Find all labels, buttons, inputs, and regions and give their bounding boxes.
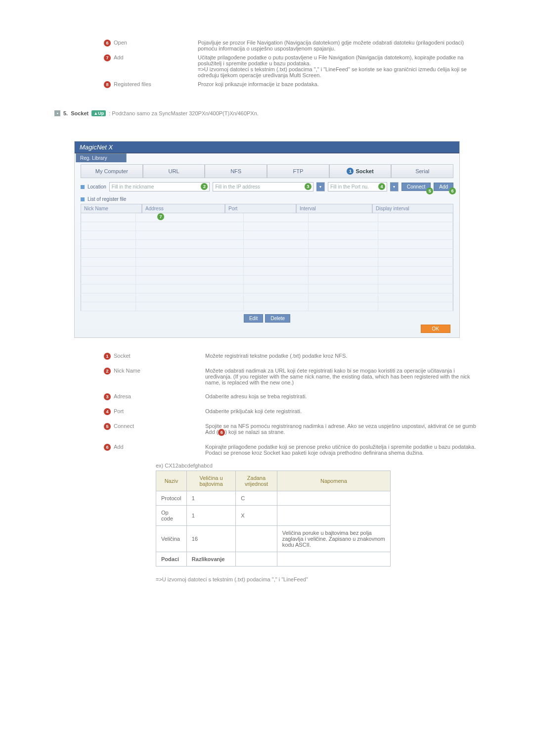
table-row: PodaciRazlikovanje	[156, 552, 391, 567]
num-8-icon: 8	[104, 81, 111, 88]
screenshot-panel: MagicNet X Reg. Library My Computer URL …	[74, 141, 460, 338]
th-size: Veličina u bajtovima	[186, 471, 235, 491]
example-text: ex) CX12abcdefghabcd	[156, 463, 480, 469]
exp-5-label: Connect	[114, 423, 134, 436]
exp-6-num-icon: 6	[104, 444, 111, 451]
exp-4: 4Port Odaberite priključak koji ćete reg…	[54, 408, 480, 415]
top-item-8: 8Registered files Prozor koji prikazuje …	[54, 81, 480, 88]
marker-7-icon: 7	[157, 213, 164, 220]
section-name: Socket	[71, 110, 89, 116]
th-default: Zadana vrijednost	[236, 471, 277, 491]
col-interval: Interval	[296, 204, 372, 213]
tab-reg-library[interactable]: Reg. Library	[76, 153, 127, 162]
marker-5-icon: 5	[426, 188, 433, 194]
top-item-6-label: Open	[114, 40, 127, 46]
col-address: Address 7	[142, 204, 225, 213]
nickname-input[interactable]: Fill in the nickname 2	[109, 182, 210, 191]
exp-6-desc: Kopirajte prilagođene podatke koji se pr…	[205, 444, 480, 456]
tab-url[interactable]: URL	[143, 164, 205, 178]
tab-socket[interactable]: 1 Socket	[329, 164, 392, 178]
exp-2-num-icon: 2	[104, 368, 111, 375]
exp-4-num-icon: 4	[104, 408, 111, 415]
exp-3-desc: Odaberite adresu koja se treba registrir…	[205, 393, 480, 400]
num-6-icon: 6	[104, 40, 111, 47]
protocol-toolbar: My Computer URL NFS FTP 1 Socket Serial	[81, 164, 453, 178]
tab-nfs[interactable]: NFS	[205, 164, 267, 178]
top-item-7-desc: Učitajte prilagođene podatke o putu post…	[198, 54, 480, 78]
table-row: Protocol1C	[156, 491, 391, 506]
exp-2-desc: Možete odabrati nadimak za URL koji ćete…	[205, 368, 480, 385]
exp-4-label: Port	[114, 408, 124, 415]
th-name: Naziv	[156, 471, 187, 491]
top-item-7-label: Add	[114, 54, 124, 60]
table-row: Op code1X	[156, 506, 391, 526]
ok-button[interactable]: OK	[421, 325, 450, 333]
top-item-8-desc: Prozor koji prikazuje informacije iz baz…	[198, 81, 480, 88]
port-input[interactable]: Fill in the Port nu. 4	[328, 182, 387, 191]
ip-dropdown[interactable]: ▾	[316, 182, 325, 191]
ip-input[interactable]: Fill in the IP address 3	[213, 182, 313, 191]
exp-2-label: Nick Name	[114, 368, 140, 385]
edit-button[interactable]: Edit	[244, 314, 263, 323]
top-item-7: 7Add Učitajte prilagođene podatke o putu…	[54, 54, 480, 78]
marker-4-icon: 4	[378, 183, 385, 190]
app-title: MagicNet X	[75, 142, 459, 153]
footnote: =>U izvornoj datoteci s tekstnim (.txt) …	[156, 576, 480, 582]
exp-1-label: Socket	[114, 353, 131, 360]
num-7-icon: 7	[104, 54, 111, 61]
grid-body	[81, 213, 453, 311]
exp-5-desc: Spojite se na NFS pomoću registriranog n…	[205, 423, 480, 436]
section-note: : Podržano samo za SyncMaster 320PXn/400…	[109, 110, 259, 116]
grid-header: Nick Name Address 7 Port Interval Displa…	[81, 204, 453, 213]
tab-my-computer[interactable]: My Computer	[81, 164, 143, 178]
table-row: Veličina16Veličina poruke u bajtovima be…	[156, 526, 391, 552]
inline-6-icon: 6	[218, 429, 225, 436]
delete-button[interactable]: Delete	[265, 314, 290, 323]
exp-1-num-icon: 1	[104, 353, 111, 360]
col-display-interval: Display interval	[372, 204, 453, 213]
exp-6-label: Add	[114, 444, 124, 456]
exp-5-num-icon: 5	[104, 423, 111, 430]
spec-table: Naziv Veličina u bajtovima Zadana vrijed…	[156, 471, 391, 567]
top-item-8-label: Registered files	[114, 81, 151, 87]
exp-5: 5Connect Spojite se na NFS pomoću regist…	[54, 423, 480, 436]
list-bullet-icon	[81, 197, 85, 201]
marker-1-icon: 1	[347, 168, 354, 175]
marker-6-icon: 6	[449, 188, 456, 194]
marker-3-icon: 3	[305, 183, 312, 190]
exp-3-num-icon: 3	[104, 393, 111, 400]
section-title: ▪ 5. Socket ▲Up : Podržano samo za SyncM…	[54, 110, 480, 116]
tab-serial[interactable]: Serial	[391, 164, 453, 178]
add-button[interactable]: Add 6	[434, 183, 453, 191]
section-bullet-icon: ▪	[54, 110, 60, 116]
list-label: List of register file	[88, 196, 126, 202]
th-note: Napomena	[277, 471, 390, 491]
port-dropdown[interactable]: ▾	[390, 182, 399, 191]
exp-3: 3Adresa Odaberite adresu koja se treba r…	[54, 393, 480, 400]
exp-6: 6Add Kopirajte prilagođene podatke koji …	[54, 444, 480, 456]
section-num: 5.	[63, 110, 68, 116]
up-button[interactable]: ▲Up	[91, 110, 106, 116]
exp-3-label: Adresa	[114, 393, 131, 400]
exp-4-desc: Odaberite priključak koji ćete registrir…	[205, 408, 480, 415]
location-label: Location	[88, 184, 106, 189]
exp-1: 1Socket Možete registrirati tekstne poda…	[54, 353, 480, 360]
exp-1-desc: Možete registrirati tekstne podatke (.tx…	[205, 353, 480, 360]
exp-2: 2Nick Name Možete odabrati nadimak za UR…	[54, 368, 480, 385]
col-port: Port	[225, 204, 296, 213]
tab-ftp[interactable]: FTP	[267, 164, 329, 178]
top-item-6: 6Open Pojavljuje se prozor File Navigati…	[54, 40, 480, 51]
loc-bullet-icon	[81, 185, 85, 189]
marker-2-icon: 2	[201, 183, 208, 190]
connect-button[interactable]: Connect 5	[401, 183, 431, 191]
top-item-6-desc: Pojavljuje se prozor File Navigation (Na…	[198, 40, 480, 51]
col-nickname: Nick Name	[81, 204, 142, 213]
